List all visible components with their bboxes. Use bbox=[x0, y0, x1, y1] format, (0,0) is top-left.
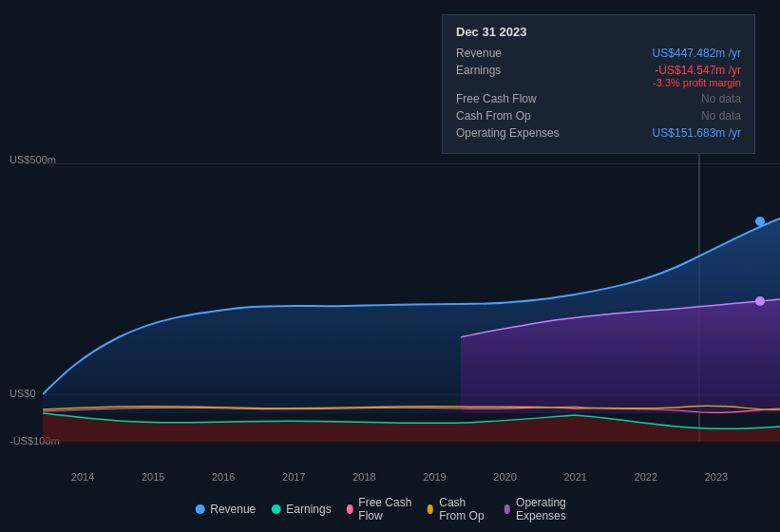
x-label-2021: 2021 bbox=[563, 471, 586, 483]
tooltip-row-revenue: Revenue US$447.482m /yr bbox=[456, 47, 741, 60]
legend-item-earnings[interactable]: Earnings bbox=[271, 503, 331, 516]
x-axis: 2014 2015 2016 2017 2018 2019 2020 2021 … bbox=[0, 471, 780, 483]
tooltip-label-revenue: Revenue bbox=[456, 47, 580, 60]
revenue-dot bbox=[755, 217, 765, 226]
tooltip-value-revenue: US$447.482m /yr bbox=[653, 47, 741, 60]
tooltip-label-opex: Operating Expenses bbox=[456, 126, 580, 140]
legend-label-revenue: Revenue bbox=[210, 503, 256, 516]
x-label-2020: 2020 bbox=[493, 471, 516, 483]
opex-dot bbox=[755, 296, 765, 306]
tooltip-label-earnings: Earnings bbox=[456, 64, 580, 77]
legend-dot-cashfromop bbox=[428, 504, 434, 514]
legend-label-earnings: Earnings bbox=[286, 503, 331, 516]
legend-label-fcf: Free Cash Flow bbox=[358, 496, 411, 522]
legend-dot-opex bbox=[504, 504, 510, 514]
x-label-2017: 2017 bbox=[282, 471, 305, 483]
tooltip-row-earnings: Earnings -US$14.547m /yr -3.3% profit ma… bbox=[456, 64, 741, 88]
tooltip-value-fcf: No data bbox=[701, 92, 741, 105]
tooltip-row-opex: Operating Expenses US$151.683m /yr bbox=[456, 126, 741, 140]
tooltip-label-cashfromop: Cash From Op bbox=[456, 109, 580, 123]
legend: Revenue Earnings Free Cash Flow Cash Fro… bbox=[195, 496, 585, 522]
x-label-2022: 2022 bbox=[635, 471, 657, 483]
legend-dot-revenue bbox=[195, 504, 204, 514]
tooltip-value-earnings-group: -US$14.547m /yr -3.3% profit margin bbox=[649, 64, 741, 88]
chart-container: Dec 31 2023 Revenue US$447.482m /yr Earn… bbox=[0, 0, 780, 532]
tooltip-row-fcf: Free Cash Flow No data bbox=[456, 92, 741, 105]
x-label-2019: 2019 bbox=[423, 471, 446, 483]
tooltip-value-opex: US$151.683m /yr bbox=[653, 126, 741, 140]
earnings-neg-area bbox=[43, 413, 780, 442]
x-label-2015: 2015 bbox=[142, 471, 164, 483]
legend-label-cashfromop: Cash From Op bbox=[439, 496, 488, 522]
x-label-2014: 2014 bbox=[71, 471, 94, 483]
x-label-2018: 2018 bbox=[352, 471, 375, 483]
y-label-0: US$0 bbox=[10, 388, 36, 399]
x-label-2016: 2016 bbox=[212, 471, 235, 483]
legend-dot-fcf bbox=[347, 504, 353, 514]
tooltip-date: Dec 31 2023 bbox=[456, 25, 741, 39]
tooltip-profit-margin: -3.3% profit margin bbox=[653, 77, 741, 88]
tooltip-row-cashfromop: Cash From Op No data bbox=[456, 109, 741, 123]
tooltip: Dec 31 2023 Revenue US$447.482m /yr Earn… bbox=[442, 14, 755, 154]
legend-dot-earnings bbox=[271, 504, 280, 514]
tooltip-value-earnings: -US$14.547m /yr bbox=[655, 64, 741, 77]
tooltip-value-cashfromop: No data bbox=[701, 109, 741, 123]
tooltip-label-fcf: Free Cash Flow bbox=[456, 92, 580, 105]
legend-label-opex: Operating Expenses bbox=[516, 496, 585, 522]
chart-svg bbox=[43, 147, 780, 461]
legend-item-revenue[interactable]: Revenue bbox=[195, 503, 256, 516]
legend-item-fcf[interactable]: Free Cash Flow bbox=[347, 496, 412, 522]
legend-item-opex[interactable]: Operating Expenses bbox=[504, 496, 584, 522]
legend-item-cashfromop[interactable]: Cash From Op bbox=[428, 496, 489, 522]
x-label-2023: 2023 bbox=[705, 471, 728, 483]
